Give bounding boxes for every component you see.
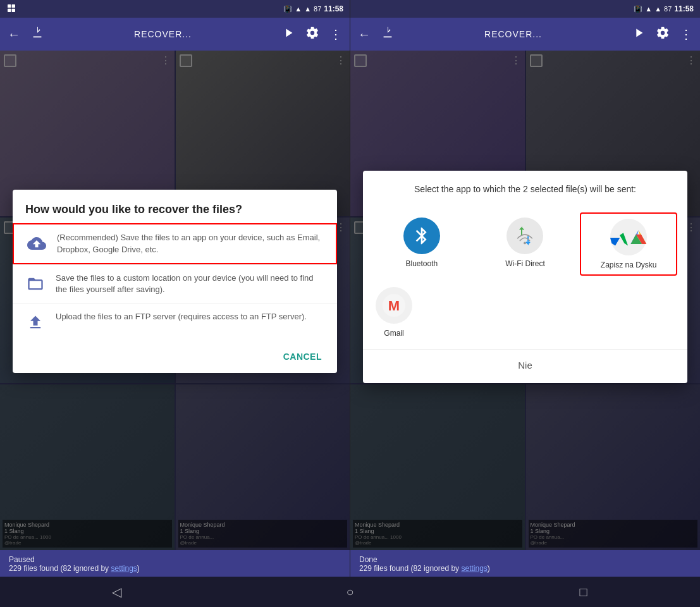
cancel-button[interactable]: CANCEL: [278, 348, 327, 365]
svg-text:M: M: [388, 298, 400, 314]
wifi-icon: ▲: [295, 5, 302, 13]
settings-icon-left[interactable]: [305, 26, 319, 43]
signal-icon-right: ▲: [654, 5, 661, 13]
gmail-icon: M: [376, 287, 412, 324]
dialog-left: How would you like to recover the files?…: [13, 190, 337, 373]
top-bar-icons-left: ⋮: [281, 26, 342, 43]
vibrate-icon-right: 📳: [634, 5, 642, 13]
main-content-left: ⋮ ⋮ ⋮: [0, 51, 350, 550]
settings-link-right[interactable]: settings: [461, 564, 487, 573]
app-item-wifi-direct[interactable]: Wi-Fi Direct: [477, 212, 574, 276]
main-content-right: ⋮ ⋮ ⋮: [350, 51, 700, 550]
time-display-right: 11:58: [674, 4, 694, 13]
vibrate-icon: 📳: [283, 5, 292, 13]
option-custom-text: Save the files to a custom location on y…: [56, 273, 324, 295]
nie-label: Nie: [518, 360, 532, 371]
status-line1: Paused: [9, 555, 341, 564]
bottom-status-right: Done 229 files found (82 ignored by sett…: [350, 550, 700, 577]
wifi-direct-label: Wi-Fi Direct: [505, 259, 545, 268]
status-line2-right: 229 files found (82 ignored by settings): [359, 564, 691, 573]
folder-icon: [25, 274, 46, 294]
dialog-actions: CANCEL: [13, 340, 337, 373]
status-icons-right: 📳 ▲ ▲ 87 11:58: [634, 4, 694, 13]
status-bar-right: 📳 ▲ ▲ 87 11:58: [350, 0, 700, 18]
back-button-left[interactable]: ←: [8, 27, 20, 42]
more-icon-left[interactable]: ⋮: [329, 27, 342, 42]
top-bar-title-right: RECOVER...: [405, 29, 622, 39]
bottom-status-left: Paused 229 files found (82 ignored by se…: [0, 550, 350, 577]
notification-icon: [6, 3, 16, 15]
app-grid-row2: M Gmail: [363, 282, 687, 349]
svg-rect-3: [12, 9, 15, 12]
time-display: 11:58: [324, 4, 343, 13]
dialog-subtitle: Select the app to which the 2 selected f…: [363, 171, 687, 206]
upload-cloud-icon: [27, 233, 47, 254]
dialog-options: (Recommended) Save the files to an app o…: [13, 223, 337, 340]
status-bar-left: 📳 ▲ ▲ 87 11:58: [0, 0, 350, 18]
google-drive-label: Zapisz na Dysku: [601, 261, 657, 269]
settings-link-left[interactable]: settings: [111, 564, 137, 573]
nie-section[interactable]: Nie: [363, 349, 687, 383]
svg-rect-1: [12, 4, 15, 8]
option-recommended-text: (Recommended) Save the files to an app o…: [57, 232, 323, 255]
play-icon-left[interactable]: [281, 26, 295, 43]
bluetooth-icon: [403, 218, 440, 254]
app-item-bluetooth[interactable]: Bluetooth: [373, 212, 470, 276]
wifi-icon-right: ▲: [645, 5, 652, 13]
status-line2: 229 files found (82 ignored by settings): [9, 564, 341, 573]
status-line1-right: Done: [359, 555, 691, 564]
upload-icon: [25, 312, 46, 333]
gmail-label: Gmail: [384, 329, 403, 338]
app-item-gmail[interactable]: M Gmail: [373, 282, 415, 343]
back-button-right[interactable]: ←: [358, 27, 371, 42]
back-nav-button[interactable]: ◁: [104, 579, 130, 604]
play-icon-right[interactable]: [632, 26, 646, 43]
top-bar-left: ← RECOVER... ⋮: [0, 18, 350, 51]
right-screen: 📳 ▲ ▲ 87 11:58 ← RECOVER...: [350, 0, 700, 577]
recents-nav-button[interactable]: □: [571, 579, 596, 604]
wifi-direct-icon: [507, 218, 543, 254]
google-drive-icon: [610, 219, 647, 255]
svg-rect-0: [8, 4, 11, 8]
dialog-option-custom[interactable]: Save the files to a custom location on y…: [13, 264, 337, 303]
status-icons: 📳 ▲ ▲ 87 11:58: [283, 4, 343, 13]
home-nav-button[interactable]: ○: [338, 579, 363, 604]
left-screen: 📳 ▲ ▲ 87 11:58 ← RECOVER...: [0, 0, 350, 577]
option-ftp-text: Upload the files to an FTP server (requi…: [56, 311, 307, 322]
dialog-option-recommended[interactable]: (Recommended) Save the files to an app o…: [13, 223, 337, 264]
nav-bar: ◁ ○ □: [0, 577, 700, 607]
bluetooth-label: Bluetooth: [405, 259, 438, 268]
dialog-right: Select the app to which the 2 selected f…: [363, 171, 687, 383]
dialog-title-left: How would you like to recover the files?: [13, 190, 337, 223]
svg-point-8: [524, 242, 527, 244]
top-bar-icons-right: ⋮: [632, 26, 692, 43]
top-bar-right: ← RECOVER... ⋮: [350, 18, 700, 51]
app-grid: Bluetooth: [363, 206, 687, 282]
battery-text: 87: [314, 5, 321, 13]
dialog-option-ftp[interactable]: Upload the files to an FTP server (requi…: [13, 303, 337, 340]
svg-rect-2: [8, 9, 11, 12]
download-icon-right[interactable]: [381, 26, 395, 43]
app-item-google-drive[interactable]: Zapisz na Dysku: [580, 212, 677, 276]
top-bar-title-left: RECOVER...: [54, 29, 271, 39]
signal-icon: ▲: [304, 5, 311, 13]
download-icon-left[interactable]: [30, 26, 44, 43]
battery-text-right: 87: [664, 5, 672, 13]
more-icon-right[interactable]: ⋮: [680, 27, 692, 42]
settings-icon-right[interactable]: [656, 26, 670, 43]
